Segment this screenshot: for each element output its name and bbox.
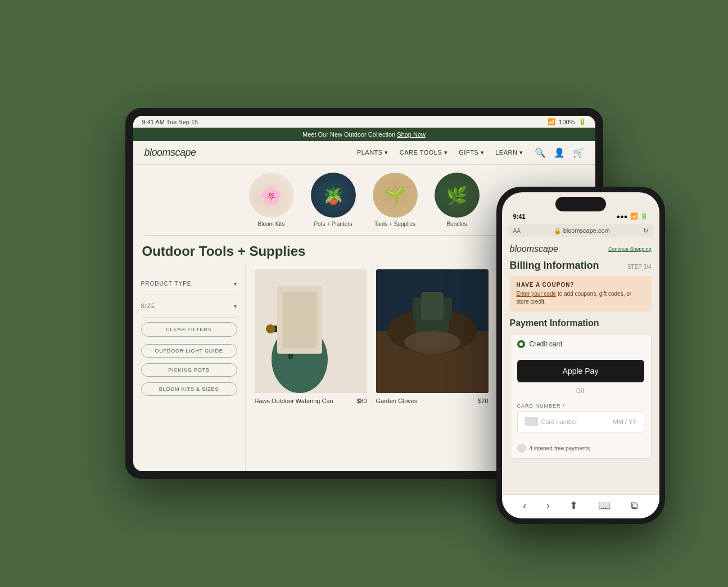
phone-status-icons: ●●● 📶 🔋 bbox=[617, 213, 648, 220]
tabs-button[interactable]: ⧉ bbox=[631, 500, 638, 512]
address-url: 🔒 bloomscape.com bbox=[554, 227, 610, 234]
gloves-name: Garden Gloves bbox=[376, 398, 418, 404]
coupon-title: HAVE A COUPON? bbox=[517, 282, 645, 288]
nav-gifts[interactable]: GIFTS ▾ bbox=[459, 149, 484, 156]
pots-label: Pots + Planters bbox=[314, 221, 352, 227]
phone-signal-icon: ●●● bbox=[617, 213, 628, 220]
pots-image: 🪴 bbox=[311, 173, 356, 218]
size-filter: SIZE ▾ bbox=[141, 295, 237, 318]
payment-section: Credit card Apple Pay OR CARD NUMBER * C… bbox=[510, 334, 652, 459]
announcement-link[interactable]: Shop Now bbox=[397, 131, 426, 138]
card-number-placeholder-text: Card number bbox=[541, 418, 577, 425]
phone-logo[interactable]: bloomscape bbox=[510, 244, 558, 254]
coupon-link[interactable]: Enter your code bbox=[517, 291, 557, 297]
tools-label: Tools + Supplies bbox=[374, 221, 415, 227]
user-icon[interactable]: 👤 bbox=[554, 147, 565, 158]
card-number-section: CARD NUMBER * Card number MM / YY bbox=[510, 398, 651, 438]
product-card-watering-can[interactable]: Haws Outdoor Watering Can $80 bbox=[255, 269, 367, 466]
payment-title: Payment Information bbox=[510, 318, 652, 328]
back-button[interactable]: ‹ bbox=[523, 500, 526, 512]
search-icon[interactable]: 🔍 bbox=[535, 147, 546, 158]
outdoor-light-guide-button[interactable]: OUTDOOR LIGHT GUIDE bbox=[141, 344, 237, 358]
tablet-time: 9:41 AM Tue Sep 15 bbox=[142, 119, 198, 125]
phone-battery-icon: 🔋 bbox=[640, 213, 648, 220]
tablet-device: 9:41 AM Tue Sep 15 📶 100% 🔋 Meet Our New… bbox=[125, 108, 603, 479]
tools-image: 🌱 bbox=[373, 173, 418, 218]
gloves-info: Garden Gloves $20 bbox=[376, 398, 489, 404]
category-bundles[interactable]: 🌿 Bundles bbox=[435, 173, 480, 227]
refresh-icon[interactable]: ↻ bbox=[643, 227, 648, 234]
or-divider: OR bbox=[510, 388, 651, 394]
phone-wifi-icon: 📶 bbox=[630, 213, 638, 220]
svg-point-5 bbox=[266, 324, 275, 333]
category-tools-supplies[interactable]: 🌱 Tools + Supplies bbox=[373, 173, 418, 227]
bloom-kits-label: Bloom Kits bbox=[258, 221, 285, 227]
phone-bottom-bar: ‹ › ⬆ 📖 ⧉ bbox=[502, 494, 659, 518]
product-type-header[interactable]: PRODUCT TYPE ▾ bbox=[141, 277, 237, 290]
clear-filters-button[interactable]: CLEAR FILTERS bbox=[141, 322, 237, 337]
svg-rect-12 bbox=[421, 292, 444, 320]
credit-card-option[interactable]: Credit card bbox=[510, 335, 651, 354]
tablet-navigation: bloomscape PLANTS ▾ CARE TOOLS ▾ GIFTS ▾… bbox=[133, 141, 595, 165]
watering-can-image bbox=[255, 269, 367, 393]
svg-point-15 bbox=[404, 331, 460, 354]
apple-pay-button[interactable]: Apple Pay bbox=[517, 360, 644, 382]
card-number-input[interactable]: Card number MM / YY bbox=[517, 411, 644, 432]
card-placeholder: Card number bbox=[524, 417, 577, 426]
bundles-label: Bundles bbox=[446, 221, 467, 227]
phone-content: bloomscape Continue Shopping Billing Inf… bbox=[502, 240, 659, 494]
share-button[interactable]: ⬆ bbox=[569, 499, 578, 512]
credit-card-label: Credit card bbox=[530, 340, 563, 348]
picking-pots-button[interactable]: PICKING POTS bbox=[141, 363, 237, 377]
phone-screen: 9:41 ●●● 📶 🔋 AA 🔒 bloomscape.com ↻ bbox=[502, 192, 659, 518]
credit-card-radio[interactable] bbox=[517, 340, 525, 348]
svg-rect-7 bbox=[283, 292, 316, 348]
tablet-nav-icons: 🔍 👤 🛒 bbox=[535, 147, 584, 158]
size-header[interactable]: SIZE ▾ bbox=[141, 300, 237, 313]
watering-can-name: Haws Outdoor Watering Can bbox=[255, 398, 333, 404]
installment-icon bbox=[517, 444, 526, 453]
tablet-status-bar: 9:41 AM Tue Sep 15 📶 100% 🔋 bbox=[133, 116, 595, 128]
svg-rect-14 bbox=[444, 297, 452, 320]
card-brand-icon bbox=[524, 417, 538, 426]
category-pots-planters[interactable]: 🪴 Pots + Planters bbox=[311, 173, 356, 227]
forward-button[interactable]: › bbox=[546, 500, 550, 512]
continue-shopping-link[interactable]: Continue Shopping bbox=[608, 246, 652, 252]
address-url-text: bloomscape.com bbox=[563, 227, 610, 234]
phone-shop-header: bloomscape Continue Shopping bbox=[510, 244, 652, 254]
gloves-price: $20 bbox=[478, 398, 488, 404]
nav-plants[interactable]: PLANTS ▾ bbox=[357, 149, 388, 156]
bloom-kits-sizes-button[interactable]: BLOOM KITS & SIZES bbox=[141, 382, 237, 396]
tablet-announcement-banner: Meet Our New Outdoor Collection Shop Now bbox=[133, 128, 595, 141]
nav-learn[interactable]: LEARN ▾ bbox=[495, 149, 523, 156]
lock-icon: 🔒 bbox=[554, 227, 562, 234]
coupon-box: HAVE A COUPON? Enter your code to add co… bbox=[510, 276, 652, 311]
bookmarks-button[interactable]: 📖 bbox=[598, 499, 611, 512]
tablet-battery-icon: 🔋 bbox=[578, 118, 586, 125]
watering-can-info: Haws Outdoor Watering Can $80 bbox=[255, 398, 367, 404]
phone-dynamic-island bbox=[555, 197, 606, 211]
phone-status-bar: 9:41 ●●● 📶 🔋 bbox=[502, 211, 659, 222]
tablet-battery: 100% bbox=[559, 119, 575, 125]
billing-title: Billing Information bbox=[510, 260, 599, 272]
billing-header: Billing Information STEP 3/4 bbox=[510, 260, 652, 272]
phone-device: 9:41 ●●● 📶 🔋 AA 🔒 bloomscape.com ↻ bbox=[496, 187, 665, 524]
bloom-kits-image: 🌸 bbox=[249, 173, 294, 218]
tablet-sidebar: PRODUCT TYPE ▾ SIZE ▾ CLEAR FILTERS OUTD… bbox=[133, 264, 246, 471]
tablet-nav-links: PLANTS ▾ CARE TOOLS ▾ GIFTS ▾ LEARN ▾ bbox=[357, 149, 523, 156]
expiry-placeholder: MM / YY bbox=[613, 418, 637, 425]
tablet-logo[interactable]: bloomscape bbox=[144, 147, 196, 159]
card-number-label: CARD NUMBER * bbox=[517, 403, 644, 409]
cart-icon[interactable]: 🛒 bbox=[573, 147, 584, 158]
product-card-gloves[interactable]: Garden Gloves $20 bbox=[376, 269, 489, 466]
announcement-text: Meet Our New Outdoor Collection bbox=[302, 131, 395, 138]
size-label: SIZE bbox=[141, 303, 156, 309]
phone-address-bar[interactable]: AA 🔒 bloomscape.com ↻ bbox=[508, 224, 654, 237]
watering-can-price: $80 bbox=[356, 398, 367, 404]
nav-care-tools[interactable]: CARE TOOLS ▾ bbox=[400, 149, 448, 156]
svg-rect-13 bbox=[413, 297, 421, 320]
step-indicator: STEP 3/4 bbox=[627, 264, 652, 270]
address-aa-label: AA bbox=[513, 228, 521, 234]
category-bloom-kits[interactable]: 🌸 Bloom Kits bbox=[249, 173, 294, 227]
product-type-label: PRODUCT TYPE bbox=[141, 281, 192, 287]
